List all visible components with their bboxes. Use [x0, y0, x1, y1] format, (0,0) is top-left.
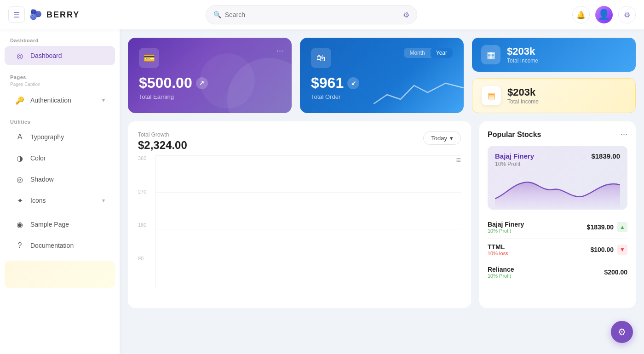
pages-section-label: Pages	[0, 66, 120, 82]
chart-header: Total Growth $2,324.00 Today ▾	[138, 131, 461, 152]
authentication-icon: 🔑	[15, 95, 25, 105]
main-content: 💳 ··· $500.00 ↗ Total Earning 🛍 Month Ye…	[120, 29, 644, 354]
stocks-more-icon[interactable]: ···	[621, 130, 627, 139]
hamburger-icon: ☰	[13, 11, 20, 19]
search-bar[interactable]: 🔍 ⚙	[206, 5, 417, 24]
hamburger-button[interactable]: ☰	[8, 6, 25, 23]
chart-amount: $2,324.00	[138, 139, 187, 152]
sidebar-item-sample-page[interactable]: ◉ Sample Page	[5, 215, 115, 234]
chart-title-group: Total Growth $2,324.00	[138, 131, 187, 152]
featured-stock-chart	[495, 171, 620, 208]
reliance-price-group: $200.00	[604, 268, 627, 276]
today-label: Today	[431, 135, 447, 142]
earning-more-icon[interactable]: ···	[276, 46, 283, 56]
topbar-left: ☰ 🫐 BERRY	[8, 6, 128, 23]
sample-page-icon: ◉	[15, 219, 25, 229]
income-bottom-label: Total Income	[507, 98, 539, 105]
sidebar-item-shadow[interactable]: ◎ Shadow	[5, 170, 115, 189]
month-year-toggle: Month Year	[404, 48, 453, 58]
sidebar-item-authentication[interactable]: 🔑 Authentication ▾	[5, 91, 115, 110]
y-label-1: 270	[138, 189, 146, 194]
topbar-right: 🔔 👤 ⚙	[572, 6, 636, 23]
sidebar-item-typography[interactable]: A Typography	[5, 127, 115, 147]
avatar[interactable]: 👤	[595, 6, 613, 23]
sidebar-item-color-label: Color	[30, 154, 46, 162]
sidebar-item-shadow-label: Shadow	[30, 176, 54, 183]
featured-stock-info: Bajaj Finery 10% Profit	[495, 152, 534, 167]
app-name: BERRY	[46, 10, 80, 20]
ttml-name: TTML	[488, 243, 508, 251]
income-bottom-icon: ▤	[482, 86, 501, 105]
ttml-trend-icon: ▼	[617, 245, 627, 255]
chevron-down-icon-3: ▾	[450, 135, 453, 142]
income-top-details: $203k Total Income	[507, 46, 538, 64]
notifications-button[interactable]: 🔔	[572, 6, 590, 23]
search-icon: 🔍	[213, 11, 221, 18]
trend-up-icon: ↗	[196, 77, 208, 89]
chart-title: Total Growth	[138, 131, 187, 138]
bajaj-profit: 10% Profit	[488, 228, 524, 234]
filter-icon[interactable]: ⚙	[403, 11, 409, 19]
utilities-section-label: Utilities	[0, 111, 120, 126]
sidebar-item-icons-label: Icons	[30, 197, 46, 204]
sidebar-item-typography-label: Typography	[30, 133, 64, 141]
month-toggle[interactable]: Month	[404, 48, 430, 58]
stock-list: Bajaj Finery 10% Profit $1839.00 ▲ TTML …	[488, 216, 627, 283]
avatar-image: 👤	[598, 9, 610, 21]
sidebar: Dashboard ◎ Dashboard Pages Pages Captio…	[0, 29, 120, 354]
ttml-info: TTML 10% loss	[488, 243, 508, 256]
bars-area	[155, 155, 461, 289]
pages-caption: Pages Caption	[0, 82, 120, 90]
featured-stock-profit: 10% Profit	[495, 161, 534, 167]
fab-gear-icon: ⚙	[618, 326, 626, 337]
featured-stock-header: Bajaj Finery 10% Profit $1839.00	[495, 152, 620, 167]
chevron-down-icon: ▾	[102, 97, 105, 103]
featured-stock-price: $1839.00	[591, 152, 620, 160]
reliance-profit: 10% Profit	[488, 273, 514, 279]
stocks-card: Popular Stocks ··· Bajaj Finery 10% Prof…	[479, 121, 636, 308]
bajaj-trend-icon: ▲	[617, 222, 627, 232]
y-label-0: 360	[138, 155, 146, 161]
sidebar-item-sample-page-label: Sample Page	[30, 221, 69, 228]
featured-stock: Bajaj Finery 10% Profit $1839.00	[488, 146, 627, 210]
cards-row: 💳 ··· $500.00 ↗ Total Earning 🛍 Month Ye…	[128, 38, 636, 113]
earning-amount: $500.00 ↗	[139, 74, 281, 91]
today-filter-button[interactable]: Today ▾	[423, 131, 461, 145]
sidebar-item-icons[interactable]: ✦ Icons ▾	[5, 191, 115, 210]
ttml-profit: 10% loss	[488, 251, 508, 256]
income-bottom-amount: $203k	[507, 86, 539, 98]
card-income-bottom: ▤ $203k Total Income	[472, 78, 636, 113]
search-input[interactable]	[225, 11, 403, 18]
shadow-icon: ◎	[15, 174, 25, 184]
sidebar-item-dashboard[interactable]: ◎ Dashboard	[5, 46, 115, 65]
reliance-price: $200.00	[604, 268, 627, 276]
earning-label: Total Earning	[139, 93, 281, 100]
sidebar-footer	[5, 261, 115, 288]
stocks-title: Popular Stocks	[488, 131, 541, 139]
year-toggle[interactable]: Year	[431, 48, 453, 58]
chart-card: Total Growth $2,324.00 Today ▾ ≡ 360 270…	[128, 121, 471, 308]
income-bottom-details: $203k Total Income	[507, 86, 539, 105]
featured-stock-name: Bajaj Finery	[495, 152, 534, 160]
wallet-icon: 💳	[139, 48, 159, 68]
sidebar-item-color[interactable]: ◑ Color	[5, 148, 115, 168]
y-label-3: 90	[138, 256, 146, 261]
reliance-name: Reliance	[488, 266, 514, 273]
fab-settings-button[interactable]: ⚙	[611, 321, 633, 343]
bell-icon: 🔔	[576, 11, 586, 19]
wave-chart	[374, 76, 464, 113]
sidebar-item-documentation[interactable]: ? Documentation	[5, 236, 115, 255]
card-earning: 💳 ··· $500.00 ↗ Total Earning	[128, 38, 292, 113]
shopping-icon: 🛍	[311, 48, 331, 68]
settings-button[interactable]: ⚙	[618, 6, 636, 23]
card-order: 🛍 Month Year $961 ↙ Total Order	[300, 38, 464, 113]
sidebar-item-authentication-label: Authentication	[30, 97, 71, 104]
bottom-row: Total Growth $2,324.00 Today ▾ ≡ 360 270…	[128, 121, 636, 308]
trend-down-icon: ↙	[347, 77, 359, 89]
ttml-price: $100.00	[590, 246, 614, 253]
bajaj-name: Bajaj Finery	[488, 221, 524, 228]
topbar: ☰ 🫐 BERRY 🔍 ⚙ 🔔 👤 ⚙	[0, 0, 644, 29]
color-icon: ◑	[15, 153, 25, 163]
sidebar-item-documentation-label: Documentation	[30, 242, 74, 249]
bajaj-price: $1839.00	[587, 223, 614, 231]
